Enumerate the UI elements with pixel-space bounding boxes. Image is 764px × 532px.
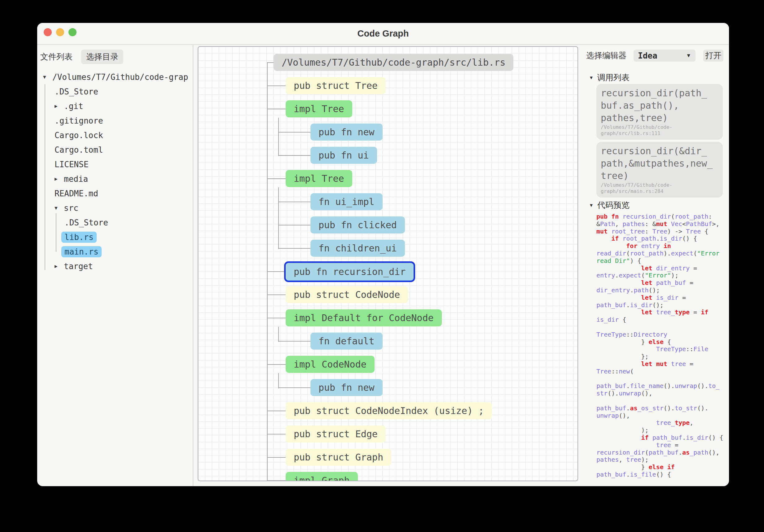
app-window: Code Graph 文件列表 选择目录 ▼/Volumes/T7/Github… bbox=[37, 23, 729, 486]
code-line: TreeType::Directory bbox=[596, 331, 728, 338]
triangle-down-icon[interactable]: ▼ bbox=[43, 74, 52, 80]
connector-line bbox=[278, 132, 310, 133]
code-line: pathes, tree); bbox=[596, 456, 728, 464]
close-button[interactable] bbox=[44, 28, 52, 36]
connector-line bbox=[278, 327, 279, 342]
triangle-down-icon[interactable]: ▼ bbox=[55, 205, 64, 211]
graph-node-pub-fn-new[interactable]: pub fn new bbox=[310, 124, 383, 141]
code-line: ); bbox=[596, 427, 728, 434]
zoom-button[interactable] bbox=[69, 28, 77, 36]
graph-node-pub-fn-ui[interactable]: pub fn ui bbox=[310, 147, 377, 164]
editor-dropdown[interactable]: Idea ▼ bbox=[634, 50, 695, 62]
graph-node-impl-tree[interactable]: impl Tree bbox=[286, 100, 352, 117]
tree-item-label: /Volumes/T7/Github/code-grap bbox=[52, 72, 188, 82]
editor-label: 选择编辑器 bbox=[586, 50, 627, 61]
graph-node-fn-children-ui[interactable]: fn children_ui bbox=[310, 240, 405, 257]
graph-node-impl-graph[interactable]: impl Graph bbox=[286, 472, 358, 481]
graph-node-pub-fn-new[interactable]: pub fn new bbox=[310, 379, 383, 396]
graph-canvas[interactable]: /Volumes/T7/Github/code-graph/src/lib.rs… bbox=[198, 46, 578, 481]
connector-line bbox=[267, 109, 286, 109]
call-signature: recursion_dir(path_ buf.as_path(), pathe… bbox=[601, 87, 719, 124]
code-line bbox=[596, 375, 728, 383]
tree-item--volumes-t7-github-code-grap[interactable]: ▼/Volumes/T7/Github/code-grap bbox=[37, 70, 193, 84]
code-line: is_dir { bbox=[596, 316, 728, 324]
window-title: Code Graph bbox=[37, 23, 729, 44]
tree-item-label: media bbox=[64, 174, 88, 184]
code-line bbox=[596, 397, 728, 405]
graph-node-impl-codenode[interactable]: impl CodeNode bbox=[286, 356, 375, 373]
triangle-right-icon[interactable]: ▶ bbox=[55, 263, 64, 269]
tree-item-cargo-toml[interactable]: Cargo.toml bbox=[37, 142, 193, 157]
tree-item-label: README.md bbox=[55, 189, 98, 198]
chevron-down-icon: ▼ bbox=[686, 53, 691, 59]
tree-item-main-rs[interactable]: main.rs bbox=[37, 244, 193, 259]
tree-item-label: lib.rs bbox=[61, 232, 96, 243]
tree-item-cargo-lock[interactable]: Cargo.lock bbox=[37, 128, 193, 142]
connector-line bbox=[278, 373, 279, 388]
tree-item-target[interactable]: ▶target bbox=[37, 259, 193, 273]
code-line: read_dir(root_path).expect("Error bbox=[596, 250, 728, 257]
graph-node-pub-struct-edge[interactable]: pub struct Edge bbox=[286, 426, 386, 443]
open-button[interactable]: 打开 bbox=[703, 50, 723, 62]
connector-line bbox=[278, 155, 310, 156]
graph-node-fn-ui-impl[interactable]: fn ui_impl bbox=[310, 193, 383, 210]
preview-section-header[interactable]: ▼ 代码预览 bbox=[589, 200, 630, 210]
tree-item-label: target bbox=[64, 262, 93, 271]
graph-node-pub-fn-recursion-dir[interactable]: pub fn recursion_dir bbox=[284, 261, 415, 282]
tree-item-label: src bbox=[64, 203, 79, 213]
title-bar[interactable]: Code Graph bbox=[37, 23, 729, 45]
graph-node--volumes-t7-github-code-graph-src-lib-rs[interactable]: /Volumes/T7/Github/code-graph/src/lib.rs bbox=[274, 54, 513, 71]
connector-line bbox=[267, 62, 274, 63]
code-line: &Path, pathes: &mut Vec<PathBuf>, bbox=[596, 220, 728, 228]
right-panel: 选择编辑器 Idea ▼ 打开 ▼ 调用列表 recursion_dir(pat… bbox=[582, 45, 729, 486]
select-directory-button[interactable]: 选择目录 bbox=[81, 50, 123, 64]
tree-item-label: Cargo.lock bbox=[55, 131, 103, 140]
code-line: pub fn recursion_dir(root_path: bbox=[596, 213, 728, 220]
code-line: mut root_tree: Tree) -> Tree { bbox=[596, 228, 728, 235]
tree-item--ds-store[interactable]: .DS_Store bbox=[37, 215, 193, 230]
code-line: let tree_type = if bbox=[596, 309, 728, 316]
triangle-right-icon[interactable]: ▶ bbox=[55, 103, 64, 109]
graph-node-pub-struct-tree[interactable]: pub struct Tree bbox=[286, 77, 386, 94]
call-location: /Volumes/T7/Github/code- graph/src/main.… bbox=[601, 182, 719, 195]
tree-item-license[interactable]: LICENSE bbox=[37, 157, 193, 172]
graph-node-pub-struct-graph[interactable]: pub struct Graph bbox=[286, 449, 391, 466]
call-list: recursion_dir(path_ buf.as_path(), pathe… bbox=[596, 84, 723, 200]
tree-item--ds-store[interactable]: .DS_Store bbox=[37, 84, 193, 99]
call-item[interactable]: recursion_dir(path_ buf.as_path(), pathe… bbox=[596, 84, 723, 140]
triangle-right-icon[interactable]: ▶ bbox=[55, 176, 64, 182]
calls-header-label: 调用列表 bbox=[597, 72, 630, 83]
graph-node-pub-fn-clicked[interactable]: pub fn clicked bbox=[310, 216, 405, 233]
tree-item-label: main.rs bbox=[61, 246, 101, 257]
editor-row: 选择编辑器 Idea ▼ 打开 bbox=[586, 50, 726, 62]
code-line: }; bbox=[596, 353, 728, 360]
file-sidebar: 文件列表 选择目录 ▼/Volumes/T7/Github/code-grap.… bbox=[37, 45, 193, 486]
graph-node-impl-default-for-codenode[interactable]: impl Default for CodeNode bbox=[286, 309, 442, 327]
tree-item-label: .DS_Store bbox=[55, 87, 98, 96]
code-preview: pub fn recursion_dir(root_path:&Path, pa… bbox=[596, 213, 728, 486]
tree-item-src[interactable]: ▼src bbox=[37, 200, 193, 215]
tree-item-lib-rs[interactable]: lib.rs bbox=[37, 230, 193, 244]
tree-item-media[interactable]: ▶media bbox=[37, 172, 193, 186]
call-item[interactable]: recursion_dir(&dir_ path,&mutpathes,new_… bbox=[596, 142, 723, 198]
tree-item-readme-md[interactable]: README.md bbox=[37, 186, 193, 200]
code-line: path_buf.is_file() { bbox=[596, 471, 728, 478]
tree-item--git[interactable]: ▶.git bbox=[37, 99, 193, 113]
connector-line bbox=[267, 85, 286, 86]
calls-section-header[interactable]: ▼ 调用列表 bbox=[589, 72, 630, 83]
code-line: } else if bbox=[596, 464, 728, 471]
graph-node-pub-struct-codenode[interactable]: pub struct CodeNode bbox=[286, 286, 408, 303]
code-line: let is_dir = bbox=[596, 294, 728, 302]
connector-line bbox=[267, 434, 286, 435]
graph-node-fn-default[interactable]: fn default bbox=[310, 332, 383, 349]
code-line: entry.expect("Error"); bbox=[596, 272, 728, 279]
tree-item-label: Cargo.toml bbox=[55, 145, 103, 155]
minimize-button[interactable] bbox=[56, 28, 64, 36]
graph-node-impl-tree[interactable]: impl Tree bbox=[286, 170, 352, 187]
connector-line bbox=[267, 63, 268, 481]
graph-node-pub-struct-codenodeindex-usize-[interactable]: pub struct CodeNodeIndex (usize) ; bbox=[286, 402, 492, 419]
preview-header-label: 代码预览 bbox=[597, 200, 630, 210]
code-line: path_buf.file_name().unwrap().to_ bbox=[596, 382, 728, 390]
tree-item--gitignore[interactable]: .gitignore bbox=[37, 113, 193, 128]
connector-line bbox=[278, 248, 310, 249]
